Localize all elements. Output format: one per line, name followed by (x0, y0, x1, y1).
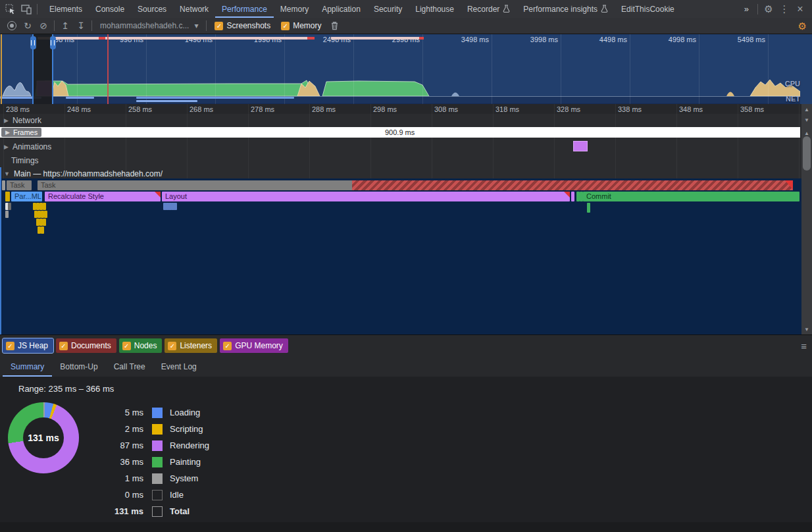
device-toolbar-icon[interactable] (18, 3, 34, 16)
counter-documents[interactable]: ✓Documents (56, 338, 116, 353)
profile-history-select[interactable]: mohammadshehadeh.c... ▾ (95, 21, 203, 30)
flame-bar-small[interactable] (587, 203, 590, 213)
tab-bottom-up[interactable]: Bottom-Up (52, 356, 105, 377)
tab-memory[interactable]: Memory (274, 0, 315, 18)
settings-gear-icon[interactable]: ⚙ (761, 2, 776, 16)
scrollbar-thumb[interactable] (803, 136, 811, 171)
track-animations[interactable]: ▶ Animations (4, 142, 51, 151)
flame-bar-small[interactable] (174, 203, 177, 210)
summary-category-label: Scripting (170, 424, 203, 434)
ruler-tick-label: 288 ms (309, 105, 336, 113)
flame-bar-small[interactable] (5, 192, 10, 201)
flame-bar-small[interactable] (2, 180, 5, 190)
tab-label: Memory (280, 5, 309, 14)
scroll-up-icon[interactable]: ▲ (801, 130, 812, 136)
save-profile-button[interactable]: ↧ (73, 18, 89, 33)
counter-js-heap[interactable]: ✓JS Heap (3, 338, 53, 353)
clear-recording-button[interactable]: ⊘ (36, 18, 51, 33)
flame-bar-small[interactable] (43, 203, 46, 210)
tab-label: Recorder (467, 5, 499, 14)
hamburger-menu-icon[interactable]: ≡ (801, 340, 807, 352)
flame-bar[interactable]: Task (7, 180, 32, 190)
counter-nodes[interactable]: ✓Nodes (119, 338, 163, 353)
expand-arrow-icon[interactable]: ▶ (4, 144, 9, 150)
screenshots-checkbox[interactable]: ✓ Screenshots (215, 21, 270, 30)
timeline-overview[interactable]: 498 ms998 ms1498 ms1998 ms2498 ms2998 ms… (0, 34, 812, 104)
summary-category-label: Painting (170, 457, 201, 467)
flame-bar-small[interactable] (571, 192, 574, 201)
ruler-tick-label: 338 ms (615, 105, 642, 113)
collapse-arrow-icon[interactable]: ▼ (4, 171, 10, 177)
counter-checkbox[interactable]: ✓ (168, 342, 176, 350)
vertical-scrollbar[interactable]: ▲ ▼ ▲ ▼ (801, 104, 812, 334)
scroll-up-icon[interactable]: ▲ (801, 107, 812, 113)
tab-elements[interactable]: Elements (43, 0, 89, 18)
tab-lighthouse[interactable]: Lighthouse (409, 0, 461, 18)
timings-track-label: Timings (11, 156, 39, 165)
flame-bar[interactable]: Commit (583, 192, 799, 201)
scroll-down-icon[interactable]: ▼ (801, 327, 812, 332)
expand-arrow-icon[interactable]: ▶ (5, 129, 10, 136)
tab-security[interactable]: Security (367, 0, 409, 18)
ruler-tick-label: 268 ms (187, 105, 213, 113)
summary-category-label: Idle (170, 490, 184, 500)
main-flame-chart[interactable]: TaskTaskPar...MLRecalculate StyleLayoutC… (0, 178, 801, 334)
close-devtools-icon[interactable]: × (792, 2, 808, 16)
tab-network[interactable]: Network (173, 0, 215, 18)
tab-performance[interactable]: Performance (215, 0, 274, 18)
capture-settings-gear-icon[interactable]: ⚙ (798, 20, 807, 32)
experiment-flask-icon (601, 5, 608, 13)
counter-checkbox[interactable]: ✓ (59, 342, 68, 350)
tab-console[interactable]: Console (89, 0, 131, 18)
flame-bar-small[interactable] (8, 203, 11, 210)
counter-gpu-memory[interactable]: ✓GPU Memory (220, 338, 288, 353)
reload-and-record-button[interactable]: ↻ (20, 18, 36, 33)
counter-checkbox[interactable]: ✓ (6, 342, 14, 350)
more-tabs-button[interactable]: » (739, 0, 755, 18)
category-swatch (152, 457, 163, 467)
detail-time-ruler[interactable]: 238 ms248 ms258 ms268 ms278 ms288 ms298 … (0, 104, 801, 114)
load-profile-button[interactable]: ↥ (57, 18, 73, 33)
flame-bar[interactable]: Layout (162, 192, 570, 201)
record-button[interactable] (4, 18, 20, 33)
flame-bar[interactable]: Task (38, 180, 793, 190)
summary-legend-row: 87 msRendering (97, 437, 209, 454)
screenshots-label: Screenshots (226, 21, 270, 30)
counter-listeners[interactable]: ✓Listeners (165, 338, 217, 353)
garbage-collect-icon[interactable] (327, 18, 343, 33)
flame-bar[interactable]: Recalculate Style (45, 192, 161, 201)
counter-checkbox[interactable]: ✓ (223, 342, 232, 350)
tab-summary[interactable]: Summary (3, 356, 52, 377)
selection-right-handle[interactable] (50, 36, 56, 49)
long-task-stripes (352, 180, 793, 190)
flame-bar-small[interactable] (5, 211, 9, 218)
tab-application[interactable]: Application (315, 0, 367, 18)
animation-event-block[interactable] (573, 141, 588, 151)
track-network[interactable]: ▶ Network (4, 116, 41, 125)
flame-bar-small[interactable] (43, 219, 46, 226)
tab-performance-insights[interactable]: Performance insights (517, 0, 615, 18)
summary-category-label: Loading (170, 408, 200, 417)
summary-legend: 5 msLoading2 msScripting87 msRendering36… (97, 404, 209, 519)
inspect-element-icon[interactable] (3, 3, 18, 16)
counter-checkbox[interactable]: ✓ (122, 342, 131, 350)
track-frames[interactable]: ▶ Frames (1, 128, 41, 137)
flame-bar[interactable]: Par...ML (11, 192, 42, 201)
gridline (126, 104, 126, 178)
selection-left-handle[interactable] (30, 36, 36, 49)
tab-recorder[interactable]: Recorder (461, 0, 517, 18)
flame-bar-small[interactable] (44, 211, 47, 218)
expand-arrow-icon[interactable]: ▶ (4, 117, 9, 124)
track-timings[interactable]: Timings (11, 156, 39, 165)
tab-editthiscookie[interactable]: EditThisCookie (615, 0, 681, 18)
flame-bar-small[interactable] (41, 226, 44, 234)
tab-label: Performance insights (523, 5, 597, 14)
kebab-menu-icon[interactable]: ⋮ (776, 2, 792, 16)
tab-call-tree[interactable]: Call Tree (106, 356, 153, 377)
tab-sources[interactable]: Sources (131, 0, 173, 18)
scroll-down-icon[interactable]: ▼ (801, 117, 812, 123)
tab-event-log[interactable]: Event Log (153, 356, 205, 377)
ruler-tick-label: 358 ms (738, 105, 764, 113)
memory-checkbox[interactable]: ✓ Memory (281, 21, 321, 30)
track-main[interactable]: ▼ Main — https://mohammadshehadeh.com/ (4, 169, 163, 178)
